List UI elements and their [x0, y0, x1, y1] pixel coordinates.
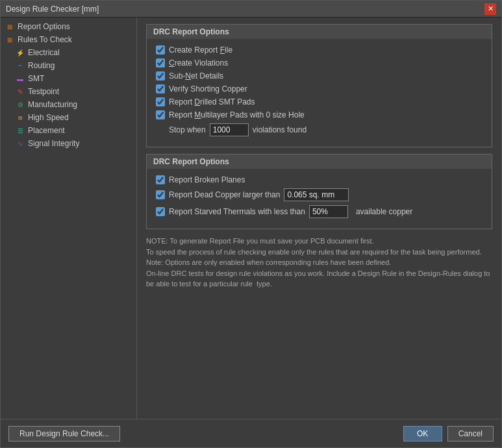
sidebar-item-placement[interactable]: ☰Placement — [1, 124, 136, 137]
report-multilayer-row: Report Multilayer Pads with 0 size Hole — [156, 110, 483, 119]
report-dead-copper-row: Report Dead Copper larger than — [156, 188, 483, 201]
dialog-footer: Run Design Rule Check... OK Cancel — [1, 419, 501, 447]
sidebar-item-label-signal-integrity: Signal Integrity — [28, 139, 79, 148]
run-design-rule-check-button[interactable]: Run Design Rule Check... — [8, 426, 120, 442]
create-report-file-checkbox[interactable] — [156, 45, 165, 55]
sidebar-item-label-high-speed: High Speed — [28, 113, 69, 122]
close-button[interactable]: ✕ — [484, 3, 496, 15]
report-multilayer-label: Report Multilayer Pads with 0 size Hole — [169, 110, 305, 119]
sidebar-item-label-smt: SMT — [28, 74, 44, 83]
create-report-file-label: Create Report File — [169, 45, 232, 55]
verify-shorting-copper-checkbox[interactable] — [156, 84, 165, 93]
report-starved-thermals-label: Report Starved Thermals with less than — [169, 207, 305, 216]
sidebar-item-label-electrical: Electrical — [28, 48, 60, 57]
report-broken-planes-label: Report Broken Planes — [169, 175, 245, 184]
sidebar-item-label-manufacturing: Manufacturing — [28, 100, 77, 109]
sidebar-item-signal-integrity[interactable]: ∿Signal Integrity — [1, 137, 136, 150]
report-starved-thermals-checkbox[interactable] — [156, 207, 165, 216]
sidebar-item-routing[interactable]: ~Routing — [1, 59, 136, 72]
footer-left: Run Design Rule Check... — [8, 426, 120, 442]
report-drilled-smt-checkbox[interactable] — [156, 97, 165, 106]
report-broken-planes-checkbox[interactable] — [156, 175, 165, 184]
report-drilled-smt-row: Report Drilled SMT Pads — [156, 97, 483, 106]
sidebar-item-high-speed[interactable]: ≋High Speed — [1, 111, 136, 124]
signal-integrity-icon: ∿ — [15, 139, 25, 148]
report-options-icon: ⊞ — [5, 22, 15, 31]
sidebar-item-rules-to-check[interactable]: ⊞Rules To Check — [1, 33, 136, 46]
main-content: DRC Report Options Create Report File Cr… — [137, 18, 501, 419]
sidebar-item-label-rules-to-check: Rules To Check — [18, 35, 72, 44]
sidebar-item-electrical[interactable]: ⚡Electrical — [1, 46, 136, 59]
smt-icon: ▬ — [15, 74, 25, 83]
available-copper-label: available copper — [356, 207, 412, 216]
design-rule-checker-dialog: Design Rule Checker [mm] ✕ ⊞Report Optio… — [0, 0, 502, 448]
testpoint-icon: ✎ — [15, 87, 25, 96]
report-drilled-smt-label: Report Drilled SMT Pads — [169, 97, 255, 106]
placement-icon: ☰ — [15, 126, 25, 135]
routing-icon: ~ — [15, 61, 25, 70]
manufacturing-icon: ⚙ — [15, 100, 25, 109]
sub-net-details-checkbox[interactable] — [156, 71, 165, 81]
stop-when-row: Stop when 1000 violations found — [156, 123, 483, 136]
sidebar-item-manufacturing[interactable]: ⚙Manufacturing — [1, 98, 136, 111]
report-dead-copper-label: Report Dead Copper larger than — [169, 190, 280, 199]
stop-when-label: Stop when — [169, 125, 206, 134]
sub-net-details-label: Sub-Net Details — [169, 71, 223, 81]
sidebar-item-report-options[interactable]: ⊞Report Options — [1, 20, 136, 33]
report-broken-planes-row: Report Broken Planes — [156, 175, 483, 184]
sidebar-item-label-placement: Placement — [28, 126, 65, 135]
title-bar: Design Rule Checker [mm] ✕ — [1, 1, 501, 18]
sidebar-item-testpoint[interactable]: ✎Testpoint — [1, 85, 136, 98]
sidebar-item-label-report-options: Report Options — [18, 22, 70, 31]
create-violations-row: Create Violations — [156, 58, 483, 68]
create-report-file-row: Create Report File — [156, 45, 483, 55]
note-text: NOTE: To generate Report File you must s… — [146, 236, 492, 290]
sidebar-item-label-testpoint: Testpoint — [28, 87, 59, 96]
report-multilayer-checkbox[interactable] — [156, 110, 165, 119]
sidebar: ⊞Report Options⊞Rules To Check⚡Electrica… — [1, 18, 137, 419]
sub-net-details-row: Sub-Net Details — [156, 71, 483, 81]
drc-report-options-section2: DRC Report Options Report Broken Planes … — [146, 154, 492, 229]
starved-thermals-value-input[interactable] — [309, 205, 348, 218]
cancel-button[interactable]: Cancel — [447, 426, 494, 442]
create-violations-checkbox[interactable] — [156, 58, 165, 68]
high-speed-icon: ≋ — [15, 113, 25, 122]
stop-when-input[interactable]: 1000 — [210, 123, 249, 136]
electrical-icon: ⚡ — [15, 48, 25, 57]
dialog-title: Design Rule Checker [mm] — [6, 5, 99, 14]
dialog-body: ⊞Report Options⊞Rules To Check⚡Electrica… — [1, 18, 501, 419]
verify-shorting-copper-label: Verify Shorting Copper — [169, 84, 247, 93]
verify-shorting-copper-row: Verify Shorting Copper — [156, 84, 483, 93]
section2-title: DRC Report Options — [147, 155, 492, 169]
sidebar-item-label-routing: Routing — [28, 61, 55, 70]
footer-right: OK Cancel — [403, 426, 494, 442]
rules-to-check-icon: ⊞ — [5, 35, 15, 44]
dead-copper-value-input[interactable] — [284, 188, 349, 201]
drc-report-options-section1: DRC Report Options Create Report File Cr… — [146, 24, 492, 147]
sidebar-item-smt[interactable]: ▬SMT — [1, 72, 136, 85]
ok-button[interactable]: OK — [403, 426, 442, 442]
create-violations-label: Create Violations — [169, 58, 228, 68]
violations-found-label: violations found — [253, 125, 307, 134]
report-dead-copper-checkbox[interactable] — [156, 190, 165, 199]
report-starved-thermals-row: Report Starved Thermals with less than a… — [156, 205, 483, 218]
section1-title: DRC Report Options — [147, 25, 492, 39]
